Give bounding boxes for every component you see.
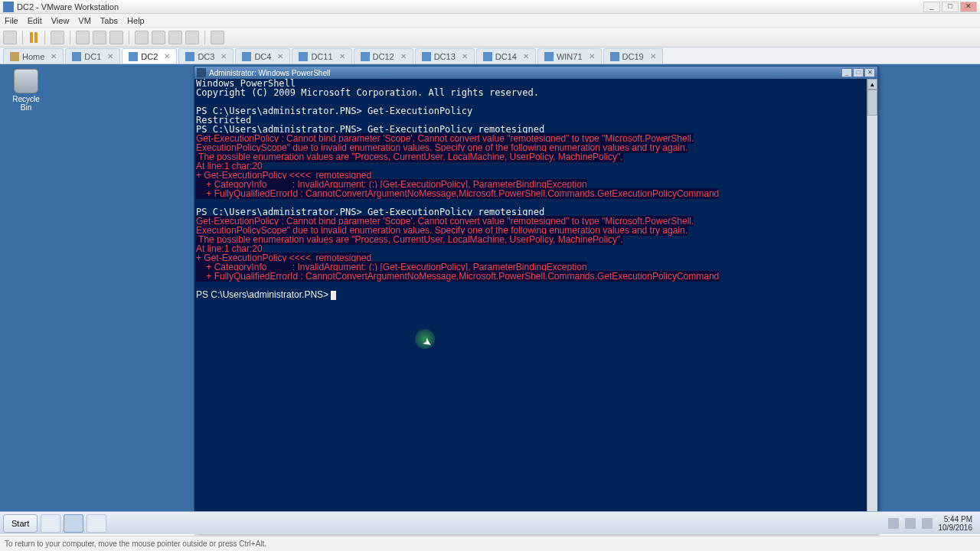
- menu-tabs[interactable]: Tabs: [100, 16, 118, 25]
- tab-label: DC19: [622, 52, 644, 61]
- tab-dc1[interactable]: DC1✕: [65, 48, 120, 64]
- toolbar-btn-c[interactable]: [109, 31, 123, 44]
- tab-close-icon[interactable]: ✕: [589, 52, 595, 60]
- tab-label: WIN71: [557, 52, 583, 61]
- vm-icon: [299, 52, 308, 61]
- tab-close-icon[interactable]: ✕: [51, 52, 57, 60]
- toolbar-pause-button[interactable]: [28, 31, 39, 44]
- tab-dc14[interactable]: DC14✕: [476, 48, 536, 64]
- toolbar-power-button[interactable]: [3, 31, 17, 44]
- tab-label: DC12: [373, 52, 394, 61]
- tab-label: DC11: [311, 52, 332, 61]
- toolbar-btn-g[interactable]: [185, 31, 199, 44]
- tab-close-icon[interactable]: ✕: [462, 52, 468, 60]
- toolbar-fullscreen-button[interactable]: [211, 31, 224, 44]
- tab-label: DC13: [434, 52, 456, 61]
- tab-label: Home: [22, 52, 44, 61]
- start-button[interactable]: Start: [3, 514, 38, 533]
- scroll-thumb[interactable]: [867, 90, 877, 116]
- ps-maximize-button[interactable]: □: [853, 68, 864, 77]
- scroll-up-button[interactable]: ▴: [867, 79, 877, 90]
- tab-close-icon[interactable]: ✕: [220, 52, 227, 60]
- tab-close-icon[interactable]: ✕: [277, 52, 283, 60]
- tab-label: DC3: [198, 52, 214, 61]
- vm-icon: [185, 52, 194, 61]
- powershell-window[interactable]: Administrator: Windows PowerShell _ □ ✕ …: [194, 66, 878, 534]
- tray-time: 5:44 PM: [939, 515, 973, 523]
- host-toolbar: [0, 28, 980, 47]
- vm-icon: [544, 52, 554, 61]
- system-tray[interactable]: 5:44 PM 10/9/2016: [888, 515, 978, 532]
- tab-dc13[interactable]: DC13✕: [415, 48, 475, 64]
- tab-close-icon[interactable]: ✕: [650, 52, 656, 60]
- tab-label: DC4: [254, 52, 271, 61]
- host-window-buttons: _ □ ✕: [923, 2, 977, 12]
- powershell-body[interactable]: Windows PowerShell Copyright (C) 2009 Mi…: [194, 79, 877, 533]
- vm-icon: [483, 52, 492, 61]
- vm-icon: [72, 52, 81, 61]
- guest-desktop[interactable]: Recycle Bin Administrator: Windows Power…: [0, 64, 980, 534]
- tab-home[interactable]: Home✕: [3, 48, 64, 64]
- powershell-content[interactable]: Windows PowerShell Copyright (C) 2009 Mi…: [194, 79, 867, 300]
- host-statusbar: To return to your computer, move the mou…: [0, 536, 980, 551]
- host-minimize-button[interactable]: _: [923, 2, 940, 12]
- tab-dc4[interactable]: DC4✕: [235, 48, 290, 64]
- menu-vm[interactable]: VM: [78, 16, 91, 25]
- quicklaunch-powershell[interactable]: [64, 514, 83, 533]
- menu-file[interactable]: File: [5, 16, 18, 25]
- tab-label: DC14: [495, 52, 517, 61]
- tray-date: 10/9/2016: [939, 523, 973, 532]
- home-icon: [10, 52, 19, 61]
- toolbar-btn-f[interactable]: [168, 31, 182, 44]
- tab-label: DC1: [84, 52, 101, 61]
- toolbar-btn-d[interactable]: [135, 31, 149, 44]
- powershell-icon: [197, 68, 206, 77]
- tab-dc12[interactable]: DC12✕: [354, 48, 413, 64]
- powershell-scrollbar[interactable]: ▴ ▾: [867, 79, 877, 533]
- tab-dc19[interactable]: DC19✕: [603, 48, 663, 64]
- guest-taskbar: Start 5:44 PM 10/9/2016: [0, 511, 980, 534]
- toolbar-btn-e[interactable]: [152, 31, 165, 44]
- ps-close-button[interactable]: ✕: [864, 68, 875, 77]
- menu-edit[interactable]: Edit: [28, 16, 42, 25]
- vm-icon: [610, 52, 619, 61]
- host-close-button[interactable]: ✕: [960, 2, 977, 12]
- tab-dc3[interactable]: DC3✕: [178, 48, 234, 64]
- ps-minimize-button[interactable]: _: [841, 68, 852, 77]
- vm-icon: [361, 52, 370, 61]
- vmware-titlebar[interactable]: DC2 - VMware Workstation _ □ ✕: [0, 0, 980, 14]
- toolbar-btn-b[interactable]: [93, 31, 106, 44]
- tab-close-icon[interactable]: ✕: [107, 52, 113, 60]
- vm-icon: [129, 52, 138, 61]
- tray-sound-icon[interactable]: [922, 518, 933, 529]
- tab-label: DC2: [141, 52, 158, 61]
- tab-close-icon[interactable]: ✕: [164, 52, 170, 60]
- menu-help[interactable]: Help: [127, 16, 145, 25]
- tray-network-icon[interactable]: [905, 518, 916, 529]
- vm-icon: [242, 52, 251, 61]
- powershell-title: Administrator: Windows PowerShell: [209, 69, 330, 77]
- host-menubar: FileEditViewVMTabsHelp: [0, 14, 980, 28]
- tab-win71[interactable]: WIN71✕: [537, 48, 602, 64]
- tab-close-icon[interactable]: ✕: [400, 52, 407, 60]
- quicklaunch-explorer[interactable]: [41, 514, 60, 533]
- recycle-bin[interactable]: Recycle Bin: [8, 69, 44, 112]
- tab-dc2[interactable]: DC2✕: [122, 48, 177, 64]
- recycle-bin-icon: [14, 69, 38, 93]
- host-tabbar: Home✕DC1✕DC2✕DC3✕DC4✕DC11✕DC12✕DC13✕DC14…: [0, 47, 980, 64]
- host-maximize-button[interactable]: □: [942, 2, 959, 12]
- vmware-icon: [3, 2, 14, 12]
- quicklaunch-folder[interactable]: [87, 514, 106, 533]
- powershell-titlebar[interactable]: Administrator: Windows PowerShell _ □ ✕: [194, 67, 877, 79]
- toolbar-snapshot-button[interactable]: [51, 31, 64, 44]
- recycle-bin-label: Recycle Bin: [8, 95, 44, 112]
- tab-dc11[interactable]: DC11✕: [292, 48, 351, 64]
- vmware-title: DC2 - VMware Workstation: [17, 2, 119, 11]
- tray-flag-icon[interactable]: [888, 518, 899, 529]
- menu-view[interactable]: View: [51, 16, 70, 25]
- tab-close-icon[interactable]: ✕: [523, 52, 529, 60]
- vm-icon: [422, 52, 431, 61]
- tab-close-icon[interactable]: ✕: [339, 52, 345, 60]
- host-status-text: To return to your computer, move the mou…: [5, 540, 266, 548]
- toolbar-btn-a[interactable]: [76, 31, 90, 44]
